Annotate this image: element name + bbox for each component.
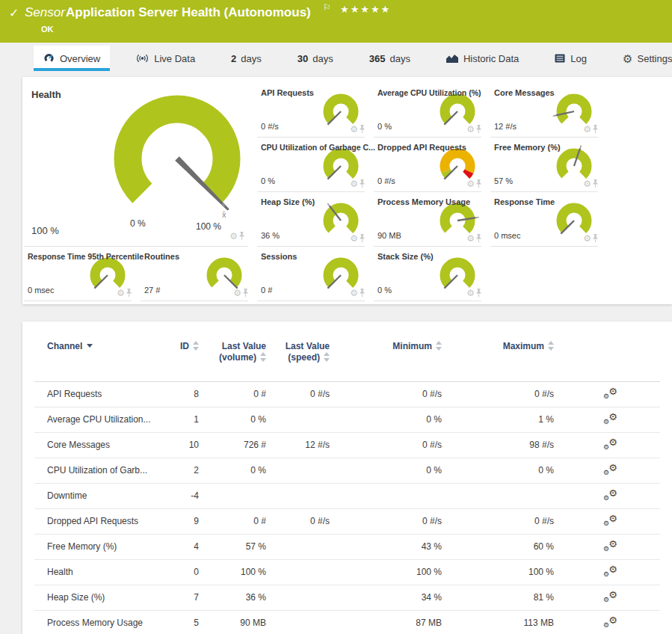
column-header-id[interactable]: ID [169, 341, 199, 381]
flag-icon[interactable]: ⚐ [323, 2, 331, 13]
divider [490, 246, 598, 247]
maximum-cell: 0 #/s [442, 509, 554, 534]
column-header-last-value-volume[interactable]: Last Value (volume) [199, 341, 266, 381]
column-header-channel[interactable]: Channel [34, 341, 169, 381]
gear-icon[interactable]: ⚙ [350, 179, 358, 188]
gear-icon[interactable]: ⚙ [583, 234, 591, 243]
gauge-cell[interactable]: API Requests0 #/s ⚙ [256, 83, 372, 138]
gauge-cell[interactable]: Response Time0 msec ⚙ [489, 192, 605, 247]
gear-icon[interactable]: ⚙ [117, 289, 125, 298]
pin-icon[interactable] [592, 125, 599, 134]
gear-icon[interactable]: ⚙ [466, 125, 475, 134]
last-value-volume-cell: 90 MB [199, 611, 266, 634]
tab-overview[interactable]: Overview [34, 46, 110, 71]
column-header-maximum[interactable]: Maximum [442, 341, 554, 381]
tab-label: days [312, 53, 333, 64]
gear-icon: ⚙ [608, 615, 617, 625]
channel-settings-icon[interactable]: ⚙⚙ [603, 463, 617, 476]
gauge-cell[interactable]: Sessions0 # ⚙ [256, 247, 372, 301]
minimum-cell: 0 % [330, 458, 442, 483]
channel-settings-icon[interactable]: ⚙⚙ [603, 564, 617, 578]
gear-icon: ⚙ [608, 412, 617, 422]
gear-icon[interactable]: ⚙ [233, 289, 241, 298]
pin-icon[interactable] [475, 125, 482, 134]
table-row[interactable]: Free Memory (%)457 %43 %60 %⚙⚙ [34, 535, 660, 560]
gear-icon[interactable]: ⚙ [583, 179, 591, 188]
tab-log[interactable]: Log [545, 46, 597, 71]
table-row[interactable]: API Requests80 #0 #/s0 #/s0 #/s⚙⚙ [34, 382, 660, 407]
gauge-value: 0 #/s [377, 176, 395, 185]
pin-icon[interactable] [359, 179, 366, 188]
sort-icon [260, 352, 266, 362]
gear-icon[interactable]: ⚙ [466, 289, 475, 298]
pin-icon[interactable] [592, 179, 599, 188]
gauge-cell[interactable]: Response Time 95th Percentile0 msec ⚙ [22, 247, 139, 301]
channel-settings-icon[interactable]: ⚙⚙ [603, 437, 617, 451]
channel-settings-icon[interactable]: ⚙⚙ [603, 514, 617, 527]
tab-live-data[interactable]: Live Data [126, 46, 205, 71]
channel-settings-icon[interactable]: ⚙⚙ [603, 387, 617, 400]
pin-icon[interactable] [475, 289, 482, 298]
table-row[interactable]: Process Memory Usage590 MB87 MB113 MB⚙⚙ [34, 611, 660, 634]
pin-icon[interactable] [592, 234, 599, 243]
gauge-value: 0 #/s [261, 122, 279, 131]
pin-icon[interactable] [359, 289, 366, 298]
gear-icon[interactable]: ⚙ [350, 125, 358, 134]
minimum-cell: 0 #/s [330, 433, 442, 458]
gauge-cell[interactable]: Routines27 # ⚙ [139, 247, 256, 301]
column-header-minimum[interactable]: Minimum [330, 341, 442, 381]
pin-icon[interactable] [475, 234, 482, 243]
pin-icon[interactable] [126, 289, 132, 298]
table-body: API Requests80 #0 #/s0 #/s0 #/s⚙⚙Average… [34, 382, 660, 634]
actions-cell: ⚙⚙ [554, 585, 660, 610]
gear-icon[interactable]: ⚙ [466, 179, 475, 188]
tab-label: Historic Data [463, 53, 519, 64]
pin-icon[interactable] [238, 232, 245, 241]
gear-icon[interactable]: ⚙ [229, 232, 238, 241]
priority-stars[interactable]: ★★★★★ [340, 4, 391, 15]
tab-30-days[interactable]: 30 days [288, 46, 343, 71]
gauge-cell[interactable]: CPU Utilization of Garbage C...0 % ⚙ [256, 138, 372, 192]
gauge-cell[interactable]: Dropped API Requests0 #/s ⚙ [372, 138, 489, 192]
gear-icon[interactable]: ⚙ [350, 234, 358, 243]
gauge-title: Sessions [261, 252, 297, 261]
column-header-last-value-speed[interactable]: Last Value (speed) [266, 341, 330, 381]
gauge-cell[interactable]: Process Memory Usage90 MB ⚙ [372, 192, 489, 247]
table-row[interactable]: Average CPU Utilization...10 %0 %1 %⚙⚙ [34, 407, 660, 433]
maximum-cell: 100 % [442, 560, 554, 585]
gauge-cell[interactable]: Heap Size (%)36 % ⚙ [256, 192, 372, 247]
pin-icon[interactable] [359, 125, 366, 134]
gauge-cell[interactable]: Stack Size (%)0 % ⚙ [372, 247, 489, 301]
pin-icon[interactable] [242, 289, 249, 298]
actions-cell: ⚙⚙ [554, 611, 660, 634]
table-row[interactable]: Heap Size (%)736 %34 %81 %⚙⚙ [34, 585, 660, 611]
gear-icon[interactable]: ⚙ [466, 234, 475, 243]
pin-icon[interactable] [359, 234, 366, 243]
channel-settings-icon[interactable]: ⚙⚙ [603, 590, 617, 603]
sort-icon [548, 341, 554, 351]
channel-settings-icon[interactable]: ⚙⚙ [603, 412, 617, 425]
gear-icon[interactable]: ⚙ [350, 289, 358, 298]
gauge-cell[interactable]: Core Messages12 #/s ⚙ [489, 83, 605, 138]
divider [257, 301, 365, 301]
sensor-page: ✓ Sensor Application Server Health (Auto… [0, 0, 672, 634]
tab-settings[interactable]: ⚙ Settings [613, 46, 672, 71]
pin-icon[interactable] [475, 179, 482, 188]
tab-365-days[interactable]: 365 days [360, 46, 420, 71]
tab-2-days[interactable]: 2 days [221, 46, 271, 71]
gear-icon[interactable]: ⚙ [583, 125, 591, 134]
gauge-cell[interactable]: Average CPU Utilization (%)0 % ⚙ [372, 83, 489, 138]
table-row[interactable]: Health0100 %100 %100 %⚙⚙ [34, 560, 660, 585]
channel-settings-icon[interactable]: ⚙⚙ [603, 539, 617, 553]
table-row[interactable]: Downtime-4⚙⚙ [34, 484, 660, 509]
channel-settings-icon[interactable]: ⚙⚙ [603, 615, 617, 629]
channel-settings-icon[interactable]: ⚙⚙ [603, 488, 617, 502]
table-row[interactable]: CPU Utilization of Garb...20 %0 %0 %⚙⚙ [34, 458, 660, 484]
health-gauge-cell[interactable]: Health x̄ 0 % 100 % 100 % ⚙ [22, 83, 256, 247]
gauge-cell[interactable]: Free Memory (%)57 % ⚙ [489, 138, 605, 192]
table-row[interactable]: Core Messages10726 #12 #/s0 #/s98 #/s⚙⚙ [34, 433, 660, 458]
tab-historic-data[interactable]: Historic Data [437, 46, 528, 71]
gauge-actions: ⚙ [350, 179, 366, 188]
tab-bar: Overview Live Data 2 days 30 days 365 [0, 46, 672, 71]
table-row[interactable]: Dropped API Requests90 #0 #/s0 #/s0 #/s⚙… [34, 509, 660, 535]
